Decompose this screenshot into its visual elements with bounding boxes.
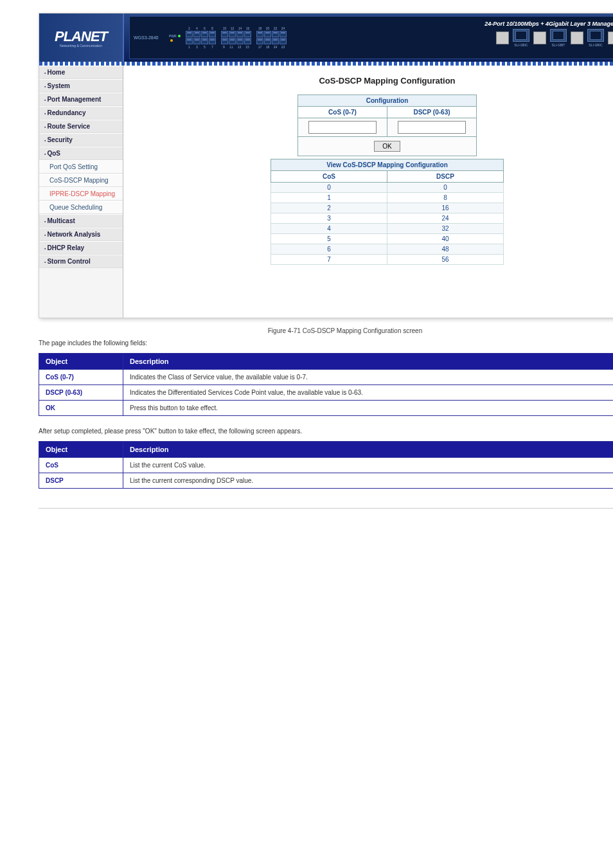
table-row: 540 [271, 234, 504, 244]
nav-queue-scheduling[interactable]: Queue Scheduling [39, 201, 123, 214]
brand-sub: Networking & Communication [60, 44, 102, 48]
view-col-dscp: DSCP [387, 171, 504, 183]
desc1-hdr-desc: Description [123, 354, 614, 370]
page-title: CoS-DSCP Mapping Configuration [143, 76, 613, 86]
dscp-header: DSCP (0-63) [387, 107, 477, 118]
table-row: CoSList the current CoS value. [39, 458, 614, 473]
table-row: 324 [271, 213, 504, 224]
table-row: 216 [271, 203, 504, 213]
view-mapping-table: View CoS-DSCP Mapping Configuration CoS … [271, 159, 504, 265]
device-banner: PLANET Networking & Communication 24-Por… [39, 14, 613, 62]
nav-port-management[interactable]: Port Management [39, 93, 123, 106]
table-row: 18 [271, 193, 504, 203]
desc2-hdr-desc: Description [123, 442, 614, 458]
nav-port-qos-setting[interactable]: Port QoS Setting [39, 160, 123, 174]
desc1-hdr-object: Object [39, 354, 123, 370]
table-row: DSCP (0-63)Indicates the Differentiated … [39, 385, 614, 401]
table-row: DSCPList the current corresponding DSCP … [39, 473, 614, 489]
nav-redundancy[interactable]: Redundancy [39, 106, 123, 120]
desc2-hdr-object: Object [39, 442, 123, 458]
nav-storm-control[interactable]: Storm Control [39, 255, 123, 268]
nav-sidebar: Home System Port Management Redundancy R… [39, 66, 123, 318]
gbic-slots: SLI-GBIC SLI-GBIT SLI-GBIC SLI-GBIT [496, 29, 613, 47]
table-row: 00 [271, 183, 504, 193]
field-description-table-1: Object Description CoS (0-7)Indicates th… [39, 353, 613, 416]
nav-home[interactable]: Home [39, 66, 123, 79]
led-column: PWR [169, 34, 182, 42]
nav-system[interactable]: System [39, 79, 123, 93]
ok-button[interactable]: OK [374, 141, 400, 152]
view-header: View CoS-DSCP Mapping Configuration [271, 159, 504, 171]
device-tagline: 24-Port 10/100Mbps + 4Gigabit Layer 3 Ma… [484, 21, 613, 27]
figure-caption: Figure 4-71 CoS-DSCP Mapping Configurati… [39, 327, 613, 334]
view-col-cos: CoS [271, 171, 387, 183]
nav-qos[interactable]: QoS [39, 147, 123, 160]
cos-header: CoS (0-7) [298, 107, 387, 118]
nav-dhcp-relay[interactable]: DHCP Relay [39, 241, 123, 255]
table-row: 432 [271, 224, 504, 234]
table-row: CoS (0-7)Indicates the Class of Service … [39, 370, 614, 385]
brand-logo: PLANET Networking & Communication [39, 14, 124, 62]
page-number: 125 [39, 508, 613, 520]
nav-network-analysis[interactable]: Network Analysis [39, 228, 123, 241]
dscp-input[interactable] [398, 121, 466, 134]
device-model: WGS3-2840 [134, 35, 169, 40]
cfg-header: Configuration [298, 95, 477, 107]
brand-text: PLANET [55, 28, 107, 45]
nav-cos-dscp-mapping[interactable]: CoS-DSCP Mapping [39, 174, 123, 187]
app-screenshot: PLANET Networking & Communication 24-Por… [39, 13, 613, 318]
cos-input[interactable] [308, 121, 377, 134]
between-text: After setup completed, please press "OK"… [39, 428, 613, 435]
device-panel: 24-Port 10/100Mbps + 4Gigabit Layer 3 Ma… [129, 16, 613, 59]
table-row: 648 [271, 244, 504, 255]
nav-security[interactable]: Security [39, 133, 123, 147]
nav-multicast[interactable]: Multicast [39, 214, 123, 228]
nav-ippre-dscp-mapping[interactable]: IPPRE-DSCP Mapping [39, 187, 123, 201]
field-description-table-2: Object Description CoSList the current C… [39, 441, 613, 489]
nav-route-service[interactable]: Route Service [39, 120, 123, 133]
fields-intro: The page includes the following fields: [39, 339, 613, 347]
content-area: CoS-DSCP Mapping Configuration Configura… [123, 66, 613, 318]
table-row: 756 [271, 255, 504, 265]
configuration-table: Configuration CoS (0-7) DSCP (0-63) OK [298, 95, 477, 156]
port-groups: 2468 1357 10121416 9111315 18202224 [186, 26, 287, 49]
table-row: OKPress this button to take effect. [39, 401, 614, 416]
